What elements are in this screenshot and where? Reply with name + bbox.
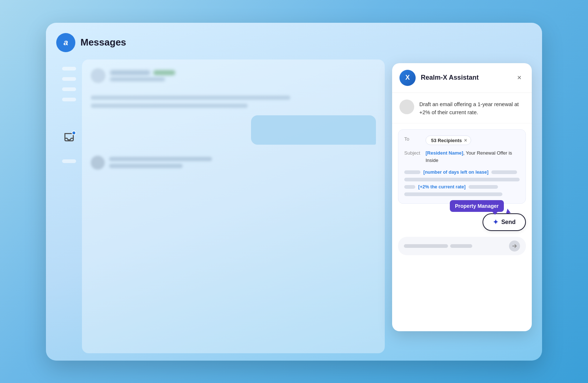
inbox-notification-dot: [72, 131, 76, 135]
tooltip-arrow: [492, 212, 498, 215]
contact-name-bar: [110, 70, 175, 75]
chip-close-icon[interactable]: ×: [464, 137, 467, 143]
body-line-1: [number of days left on lease]: [404, 170, 520, 175]
property-manager-tooltip: Property Manager: [450, 200, 504, 212]
send-arrow-icon: [512, 243, 517, 249]
recipients-chip[interactable]: 53 Recipients ×: [426, 136, 471, 145]
assistant-avatar: X: [399, 70, 416, 86]
user-avatar: [399, 100, 414, 114]
blur-line-1: [91, 95, 290, 100]
body-blur-1a: [404, 170, 420, 174]
message-bubble-right: [251, 115, 376, 145]
email-body: [number of days left on lease] [+2% the …: [404, 168, 520, 198]
sidebar-item-3: [62, 87, 76, 91]
assistant-header: X Realm-X Assistant ×: [392, 63, 532, 93]
body-blur-3b: [469, 185, 498, 189]
contact-badge-blur: [153, 70, 175, 75]
contact-blur-2b: [109, 164, 183, 168]
sidebar: [56, 59, 82, 353]
user-message-row: Draft an email offering a 1-year renewal…: [392, 93, 532, 124]
input-row: [398, 237, 526, 255]
body-blur-4: [404, 192, 502, 196]
contact-sub-blur: [110, 77, 165, 81]
subject-label: Subject: [404, 149, 422, 156]
body-blur-2: [404, 178, 520, 181]
sidebar-item-bottom: [62, 159, 76, 163]
input-blur-2: [450, 244, 472, 248]
messages-area: [91, 92, 376, 115]
body-blur-3a: [404, 185, 415, 189]
contact-blur-2a: [109, 157, 212, 161]
contact-avatar-1: [91, 68, 105, 83]
blur-line-2: [91, 104, 248, 108]
sparkle-icon: ✦: [493, 218, 498, 226]
input-blur-1: [404, 244, 448, 248]
body-tag-2: [+2% the current rate]: [418, 184, 466, 189]
cursor-icon: ▲: [503, 206, 513, 216]
input-placeholder-area: [404, 244, 505, 248]
to-label: To: [404, 136, 422, 142]
subject-highlight: [Resident Name]: [426, 150, 463, 156]
input-send-button[interactable]: [509, 241, 520, 252]
main-area: X Realm-X Assistant × Draft an email off…: [56, 59, 532, 353]
assistant-panel: X Realm-X Assistant × Draft an email off…: [392, 63, 532, 331]
app-title: Messages: [80, 37, 126, 48]
contact-blur-lines-2: [109, 157, 212, 168]
body-blur-1b: [491, 170, 517, 174]
user-message-text: Draft an email offering a 1-year renewal…: [419, 100, 524, 117]
contact-avatar-2: [91, 156, 105, 170]
sidebar-item-1: [62, 67, 76, 71]
email-subject-field: Subject [Resident Name], Your Renewal Of…: [404, 149, 520, 164]
sidebar-item-4: [62, 98, 76, 101]
email-draft: To 53 Recipients × Subject [Resident Nam…: [398, 129, 526, 204]
assistant-title: Realm-X Assistant: [421, 74, 509, 82]
recipients-count: 53 Recipients: [431, 138, 462, 143]
contact-item-2: [91, 156, 376, 170]
contact-info-1: [110, 70, 175, 81]
send-button[interactable]: ✦ Send: [483, 213, 526, 231]
email-to-field: To 53 Recipients ×: [404, 136, 520, 145]
messages-panel: [82, 59, 385, 353]
body-tag-1: [number of days left on lease]: [423, 170, 488, 175]
outer-card: a Messages: [46, 23, 542, 361]
send-label: Send: [501, 219, 516, 225]
body-line-2: [+2% the current rate]: [404, 184, 520, 189]
contact-item-1: [91, 68, 376, 83]
send-row: Property Manager ▲ ✦ Send: [392, 210, 532, 237]
sidebar-inbox[interactable]: [61, 130, 77, 145]
close-button[interactable]: ×: [514, 73, 524, 83]
contact-name-blur: [110, 70, 150, 75]
subject-text: [Resident Name], Your Renewal Offer is I…: [426, 149, 520, 164]
sidebar-item-2: [62, 77, 76, 81]
app-header: a Messages: [56, 33, 532, 52]
app-logo: a: [56, 33, 75, 52]
